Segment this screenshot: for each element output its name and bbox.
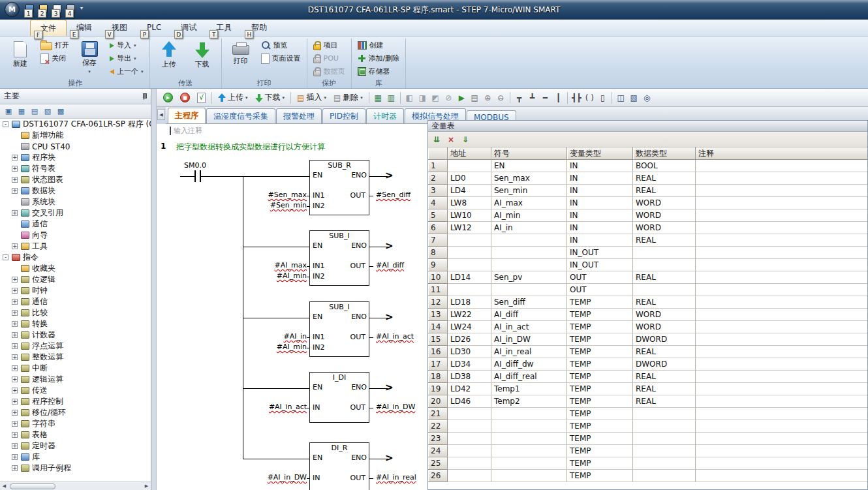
table-cell[interactable] <box>696 259 867 271</box>
table-cell[interactable]: AI_min <box>491 209 567 222</box>
table-cell[interactable]: IN_OUT <box>567 247 633 259</box>
row-number[interactable]: 2 <box>428 172 448 185</box>
contact-bar[interactable] <box>194 170 196 182</box>
table-cell[interactable]: TEMP <box>567 445 633 457</box>
table-cell[interactable] <box>696 333 867 346</box>
app-logo-icon[interactable]: M <box>5 2 20 17</box>
table-cell[interactable]: REAL <box>633 395 696 408</box>
insert-horizontal-line-icon[interactable]: ━ <box>539 91 551 104</box>
table-cell[interactable]: Sen_max <box>491 172 567 185</box>
table-cell[interactable]: AI_in_real <box>491 346 567 358</box>
table-cell[interactable] <box>696 197 867 209</box>
table-cell[interactable]: IN <box>567 222 633 234</box>
row-number[interactable]: 22 <box>428 420 448 433</box>
table-cell[interactable]: IN <box>567 209 633 222</box>
row-number[interactable]: 16 <box>428 346 448 358</box>
row-number[interactable]: 23 <box>428 433 448 445</box>
table-cell[interactable]: REAL <box>633 172 696 185</box>
save-button[interactable]: 保存 ▾ <box>74 39 105 76</box>
table-cell[interactable] <box>491 259 567 271</box>
tree-item[interactable]: +状态图表 <box>0 174 151 185</box>
table-cell[interactable] <box>491 234 567 247</box>
operand[interactable]: #AI_in <box>208 332 307 341</box>
table-cell[interactable]: REAL <box>633 271 696 284</box>
table-cell[interactable]: LD34 <box>448 358 491 371</box>
insert-box-icon[interactable]: ▯ <box>597 91 609 104</box>
scroll-left-icon[interactable]: ◀ <box>0 482 8 490</box>
table-cell[interactable] <box>448 284 491 296</box>
table-cell[interactable] <box>448 160 491 172</box>
table-cell[interactable] <box>696 433 867 445</box>
table-cell[interactable]: TEMP <box>567 457 633 470</box>
qat-print-button[interactable]: 4 <box>65 3 76 14</box>
column-header[interactable]: 变量类型 <box>567 147 633 160</box>
tree-item[interactable]: +收藏夹 <box>0 263 151 274</box>
editor-tab[interactable]: PID控制 <box>322 108 365 123</box>
menu-tab[interactable]: 视图V <box>102 20 137 36</box>
expand-toggle[interactable]: + <box>12 188 18 194</box>
expand-toggle[interactable]: + <box>12 376 18 382</box>
close-button[interactable]: 关闭 <box>38 52 72 65</box>
pou-status-icon[interactable]: ▥ <box>385 91 397 104</box>
table-cell[interactable] <box>696 296 867 309</box>
expand-toggle[interactable]: + <box>12 388 18 393</box>
insert-vertical-line-icon[interactable]: ┃ <box>552 91 565 104</box>
operand[interactable]: #AI_in_DW <box>208 473 307 482</box>
row-number[interactable]: 14 <box>428 321 448 333</box>
table-cell[interactable]: LW12 <box>448 222 491 234</box>
page-protect-icon[interactable]: ▤ <box>469 91 481 104</box>
table-cell[interactable] <box>633 247 696 259</box>
table-cell[interactable] <box>633 433 696 445</box>
tree-item[interactable]: +通信 <box>0 219 151 230</box>
table-cell[interactable]: LW22 <box>448 309 491 321</box>
table-cell[interactable] <box>696 470 867 482</box>
table-cell[interactable]: TEMP <box>567 296 633 309</box>
tree-item[interactable]: +计数器 <box>0 329 151 341</box>
contact-operand[interactable]: SM0.0 <box>184 161 206 170</box>
operand[interactable]: #AI_in_DW <box>376 403 415 411</box>
row-number[interactable]: 10 <box>428 271 448 284</box>
table-cell[interactable]: AI_in_act <box>491 321 567 333</box>
protect-project-button[interactable]: 项目 <box>311 39 348 52</box>
expand-toggle[interactable]: + <box>12 321 18 327</box>
expand-toggle[interactable]: + <box>12 177 18 183</box>
table-cell[interactable]: LD0 <box>448 172 491 185</box>
tree-item[interactable]: +系统块 <box>0 196 151 207</box>
table-cell[interactable] <box>448 457 491 470</box>
expand-toggle[interactable]: + <box>12 465 18 471</box>
table-cell[interactable]: EN <box>491 160 567 172</box>
insert-branch-down-icon[interactable]: ┻ <box>526 91 538 104</box>
table-cell[interactable]: IN <box>567 234 633 247</box>
table-cell[interactable]: DWORD <box>633 333 696 346</box>
operand[interactable]: #Sen_diff <box>376 191 411 199</box>
print-button[interactable]: 打印 <box>225 39 256 68</box>
row-number[interactable]: 25 <box>428 457 448 470</box>
table-cell[interactable]: Temp1 <box>491 383 567 395</box>
address-toggle-icon[interactable]: ◫ <box>615 91 627 104</box>
editor-tab[interactable]: 报警处理 <box>276 108 322 123</box>
tree-item[interactable]: +交叉引用 <box>0 207 151 219</box>
menu-tab[interactable]: 文件F <box>30 20 67 36</box>
unforce-icon[interactable]: ⊖ <box>495 91 507 104</box>
table-cell[interactable] <box>696 395 867 408</box>
tree-item[interactable]: +新增功能 <box>0 130 151 141</box>
expand-toggle[interactable]: + <box>12 243 18 249</box>
tree-item[interactable]: +工具 <box>0 241 151 252</box>
table-cell[interactable] <box>633 445 696 457</box>
table-cell[interactable] <box>491 457 567 470</box>
expand-toggle[interactable]: + <box>12 210 18 216</box>
menu-tab[interactable]: 编辑E <box>67 20 102 36</box>
tree-item[interactable]: +逻辑运算 <box>0 374 151 385</box>
table-cell[interactable]: REAL <box>633 234 696 247</box>
expand-toggle[interactable]: + <box>12 354 18 360</box>
table-cell[interactable] <box>448 470 491 482</box>
table-cell[interactable]: REAL <box>633 296 696 309</box>
row-number[interactable]: 20 <box>428 395 448 408</box>
table-cell[interactable]: REAL <box>633 185 696 197</box>
operand[interactable]: #AI_min <box>208 343 307 351</box>
tree-item[interactable]: +调用子例程 <box>0 463 151 474</box>
menu-tab[interactable]: 工具T <box>206 20 241 36</box>
table-cell[interactable]: IN_OUT <box>567 259 633 271</box>
tree-item[interactable]: +定时器 <box>0 440 151 452</box>
row-number[interactable]: 6 <box>428 222 448 234</box>
